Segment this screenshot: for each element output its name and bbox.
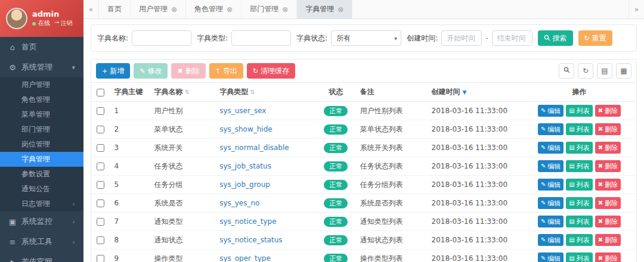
row-checkbox[interactable] <box>97 218 104 226</box>
search-button[interactable]: 搜索 <box>538 30 573 46</box>
tab-0[interactable]: 首页 <box>99 0 131 18</box>
status-badge: 正常 <box>324 161 348 171</box>
row-edit-button[interactable]: ✎编辑 <box>538 216 564 227</box>
tab-2[interactable]: 角色管理⊗ <box>186 0 242 18</box>
dict-name-input[interactable] <box>132 30 191 46</box>
sidebar-item-role-management[interactable]: 角色管理 <box>0 92 83 107</box>
edit-button[interactable]: ✎ 修改 <box>134 63 168 79</box>
table-columns-button[interactable]: ▤ <box>597 63 612 79</box>
row-checkbox[interactable] <box>97 181 104 189</box>
tab-close-icon[interactable]: ⊗ <box>227 5 233 14</box>
sidebar-item-post-management[interactable]: 岗位管理 <box>0 137 83 152</box>
row-edit-button-label: 编辑 <box>547 199 561 208</box>
column-time[interactable]: 创建时间▼ <box>427 83 522 102</box>
select-all-checkbox[interactable] <box>97 89 104 96</box>
dict-type-link[interactable]: sys_yes_no <box>219 199 259 207</box>
sidebar-item-official-site[interactable]: ➤若依官网 <box>0 252 83 262</box>
row-delete-button[interactable]: ✖删除 <box>595 234 621 246</box>
column-type[interactable]: 字典类型⇅ <box>215 83 317 102</box>
row-edit-button[interactable]: ✎编辑 <box>538 234 564 246</box>
sidebar-item-system-monitor[interactable]: ▣系统监控‹ <box>0 211 83 232</box>
sort-icon[interactable]: ⇅ <box>250 89 255 95</box>
sidebar-item-dict-management[interactable]: 字典管理 <box>0 152 83 167</box>
row-delete-button[interactable]: ✖删除 <box>595 142 621 154</box>
column-name[interactable]: 字典名称⇅ <box>149 83 215 102</box>
tab-4[interactable]: 字典管理⊗ <box>297 0 352 18</box>
row-edit-button[interactable]: ✎编辑 <box>538 179 564 191</box>
row-checkbox[interactable] <box>97 144 104 152</box>
column-label: 操作 <box>572 88 587 96</box>
row-delete-button[interactable]: ✖删除 <box>595 179 621 191</box>
sort-desc-icon[interactable]: ▼ <box>463 89 467 95</box>
row-edit-button[interactable]: ✎编辑 <box>538 123 564 135</box>
reset-button[interactable]: ↻ 重置 <box>578 30 612 46</box>
end-time-input[interactable] <box>492 30 532 46</box>
row-edit-button[interactable]: ✎编辑 <box>538 142 564 154</box>
tab-close-icon[interactable]: ⊗ <box>171 5 177 14</box>
dict-remark: 通知状态列表 <box>360 236 403 244</box>
dict-type-link[interactable]: sys_notice_status <box>219 236 282 244</box>
row-edit-button[interactable]: ✎编辑 <box>538 105 564 117</box>
table-refresh-button[interactable]: ↻ <box>578 63 593 79</box>
dict-type-link[interactable]: sys_user_sex <box>219 107 266 115</box>
sidebar-item-system-management[interactable]: ⚙系统管理▾ <box>0 57 83 77</box>
row-list-button[interactable]: ▤列表 <box>566 197 592 209</box>
row-list-button[interactable]: ▤列表 <box>566 179 592 191</box>
row-checkbox[interactable] <box>97 126 104 133</box>
tab-close-icon[interactable]: ⊗ <box>282 5 288 14</box>
row-delete-button[interactable]: ✖删除 <box>595 252 621 262</box>
row-list-button[interactable]: ▤列表 <box>566 105 592 117</box>
row-checkbox[interactable] <box>97 107 104 115</box>
tabs-scroll-left-icon[interactable]: « <box>83 0 99 18</box>
dict-type-link[interactable]: sys_job_status <box>219 162 271 170</box>
sidebar-item-notice[interactable]: 通知公告 <box>0 182 83 196</box>
sidebar-item-param-settings[interactable]: 参数设置 <box>0 167 83 182</box>
row-checkbox[interactable] <box>97 199 104 207</box>
sidebar-item-user-management[interactable]: 用户管理 <box>0 77 83 92</box>
sidebar-item-log-management[interactable]: 日志管理‹ <box>0 196 83 211</box>
row-list-button[interactable]: ▤列表 <box>566 234 592 246</box>
add-button[interactable]: + 新增 <box>96 63 130 79</box>
row-list-button[interactable]: ▤列表 <box>566 252 592 262</box>
start-time-input[interactable] <box>441 30 482 46</box>
sidebar-item-menu-management[interactable]: 菜单管理 <box>0 107 83 122</box>
tabs-scroll-right-icon[interactable]: » <box>628 0 644 18</box>
logout-link[interactable]: → 注销 <box>54 19 72 27</box>
sort-icon[interactable]: ⇅ <box>184 89 189 95</box>
row-list-button[interactable]: ▤列表 <box>566 160 592 172</box>
row-checkbox[interactable] <box>97 163 104 170</box>
row-checkbox[interactable] <box>97 255 104 262</box>
row-delete-button[interactable]: ✖删除 <box>595 216 621 227</box>
clear-cache-button[interactable]: ↻ 清理缓存 <box>247 63 295 79</box>
dict-type-input[interactable] <box>231 30 291 46</box>
row-delete-button[interactable]: ✖删除 <box>595 123 621 135</box>
row-delete-button[interactable]: ✖删除 <box>595 105 621 117</box>
row-list-button[interactable]: ▤列表 <box>566 216 592 227</box>
table-view-toggle-button[interactable]: ▦ <box>616 63 631 79</box>
row-edit-button[interactable]: ✎编辑 <box>538 197 564 209</box>
tab-close-icon[interactable]: ⊗ <box>338 5 343 14</box>
table-search-toggle-button[interactable] <box>559 63 574 79</box>
dict-type-link[interactable]: sys_show_hide <box>219 125 273 133</box>
export-button[interactable]: ↑ 导出 <box>209 63 243 79</box>
delete-button[interactable]: ✖ 删除 <box>171 63 205 79</box>
dict-type-link[interactable]: sys_oper_type <box>219 254 271 262</box>
cell-status: 正常 <box>317 139 355 157</box>
row-edit-button[interactable]: ✎编辑 <box>538 252 564 262</box>
dict-type-link[interactable]: sys_notice_type <box>219 217 276 226</box>
row-delete-button[interactable]: ✖删除 <box>595 160 621 172</box>
row-list-button[interactable]: ▤列表 <box>566 123 592 135</box>
sidebar-item-dept-management[interactable]: 部门管理 <box>0 122 83 137</box>
sidebar-item-system-tools[interactable]: ≡系统工具‹ <box>0 232 83 252</box>
row-list-button[interactable]: ▤列表 <box>566 142 592 154</box>
tab-1[interactable]: 用户管理⊗ <box>131 0 186 18</box>
row-delete-button[interactable]: ✖删除 <box>595 197 621 209</box>
row-checkbox[interactable] <box>97 236 104 244</box>
row-edit-button[interactable]: ✎编辑 <box>538 160 564 172</box>
dict-status-select[interactable]: 所有 ▾ <box>331 30 401 46</box>
sidebar-item-home[interactable]: ⌂首页 <box>0 37 83 57</box>
dict-type-link[interactable]: sys_job_group <box>219 180 270 189</box>
dict-type-link[interactable]: sys_normal_disable <box>219 144 289 152</box>
tab-3[interactable]: 部门管理⊗ <box>242 0 297 18</box>
user-avatar[interactable] <box>6 8 27 29</box>
